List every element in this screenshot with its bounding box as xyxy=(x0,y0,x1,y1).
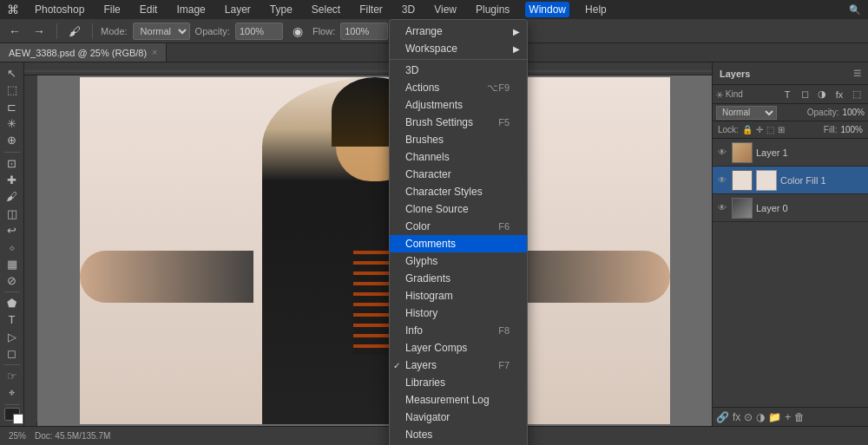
fill-value: 100% xyxy=(840,125,863,134)
new-layer-icon[interactable]: + xyxy=(785,411,791,423)
healing-tool[interactable]: ✚ xyxy=(3,173,22,187)
panel-icon-pixel[interactable]: ⬚ xyxy=(849,87,865,102)
eye-icon-layer0[interactable]: 👁 xyxy=(716,202,728,214)
document-tab[interactable]: AEW_3388.psd @ 25% (RGB/8) × xyxy=(0,43,167,62)
forward-button[interactable]: → xyxy=(30,22,49,41)
shape-tool[interactable]: ◻ xyxy=(3,346,22,361)
brush-tool[interactable]: 🖌 xyxy=(3,189,22,204)
menu-item-info[interactable]: Info F8 xyxy=(390,322,527,339)
layer-name-layer1: Layer 1 xyxy=(756,147,865,158)
menu-image[interactable]: Image xyxy=(173,2,208,17)
crop-tool[interactable]: ⊕ xyxy=(3,133,22,147)
eraser-tool[interactable]: ⬦ xyxy=(3,239,22,254)
menu-item-3d[interactable]: 3D xyxy=(390,62,527,79)
menu-item-libraries[interactable]: Libraries xyxy=(390,374,527,391)
apple-logo[interactable]: ⌘ xyxy=(7,3,19,16)
menu-edit[interactable]: Edit xyxy=(136,2,161,17)
menu-plugins[interactable]: Plugins xyxy=(472,2,513,17)
path-select-tool[interactable]: ▷ xyxy=(3,329,22,344)
blend-mode-select[interactable]: Normal xyxy=(716,106,777,120)
eyedropper-tool[interactable]: ⊡ xyxy=(3,155,22,170)
layer-item-layer1[interactable]: 👁 Layer 1 xyxy=(713,139,868,167)
menu-item-layers-label: Layers xyxy=(405,359,437,371)
menu-help[interactable]: Help xyxy=(582,2,610,17)
menu-layer[interactable]: Layer xyxy=(221,2,254,17)
menu-item-brushes[interactable]: Brushes xyxy=(390,131,527,148)
menu-item-workspace[interactable]: Workspace ▶ xyxy=(390,40,527,57)
adjustment-layer-icon[interactable]: ◑ xyxy=(756,411,765,423)
menu-item-channels[interactable]: Channels xyxy=(390,148,527,166)
menu-type[interactable]: Type xyxy=(266,2,296,17)
gradient-tool[interactable]: ▦ xyxy=(3,256,22,271)
menu-filter[interactable]: Filter xyxy=(356,2,386,17)
menu-item-glyphs[interactable]: Glyphs xyxy=(390,252,527,270)
type-tool[interactable]: T xyxy=(3,312,22,327)
search-icon[interactable]: 🔍 xyxy=(849,4,861,16)
move-tool[interactable]: ↖ xyxy=(3,66,22,81)
delete-layer-icon[interactable]: 🗑 xyxy=(794,411,805,423)
magic-wand-tool[interactable]: ✳ xyxy=(3,116,22,131)
canvas-area[interactable] xyxy=(24,62,712,426)
flow-field[interactable] xyxy=(340,23,388,40)
menu-3d[interactable]: 3D xyxy=(398,2,418,17)
pen-tool[interactable]: ⬟ xyxy=(3,296,22,311)
lock-position-icon[interactable]: ✛ xyxy=(756,125,763,134)
menu-select[interactable]: Select xyxy=(308,2,344,17)
panel-icon-adjust[interactable]: ◑ xyxy=(814,87,830,102)
menu-item-clone-source[interactable]: Clone Source xyxy=(390,200,527,218)
window-dropdown-menu: Arrange ▶ Workspace ▶ 3D Actions ⌥F9 Adj… xyxy=(389,19,528,445)
menu-item-histogram[interactable]: Histogram xyxy=(390,287,527,304)
panel-icon-t[interactable]: T xyxy=(779,87,795,102)
opacity-field[interactable] xyxy=(235,23,283,40)
lock-artboard-icon[interactable]: ⬚ xyxy=(766,125,774,134)
menu-item-layer-comps[interactable]: Layer Comps xyxy=(390,339,527,357)
folder-icon[interactable]: 📁 xyxy=(768,411,781,423)
foreground-color[interactable] xyxy=(4,408,20,421)
menu-item-layers[interactable]: ✓ Layers F7 xyxy=(390,357,527,374)
back-button[interactable]: ← xyxy=(5,22,24,41)
layer-item-colorfill[interactable]: 👁 Color Fill 1 xyxy=(713,167,868,194)
hand-tool[interactable]: ☞ xyxy=(3,369,22,383)
eye-icon-layer1[interactable]: 👁 xyxy=(716,147,728,159)
menu-item-character[interactable]: Character xyxy=(390,166,527,183)
menu-item-gradients[interactable]: Gradients xyxy=(390,270,527,287)
menu-item-measurement-log[interactable]: Measurement Log xyxy=(390,391,527,409)
menu-item-brush-settings[interactable]: Brush Settings F5 xyxy=(390,114,527,131)
menu-photoshop[interactable]: Photoshop xyxy=(31,2,88,17)
menu-item-color[interactable]: Color F6 xyxy=(390,218,527,235)
layer-thumb-colorfill xyxy=(732,170,753,191)
menu-item-actions[interactable]: Actions ⌥F9 xyxy=(390,79,527,96)
panel-options-icon[interactable]: ☰ xyxy=(853,69,861,78)
airbrush-icon[interactable]: ◉ xyxy=(288,22,307,41)
selection-tool[interactable]: ⬚ xyxy=(3,82,22,97)
history-brush-tool[interactable]: ↩ xyxy=(3,223,22,238)
zoom-tool[interactable]: ⌖ xyxy=(3,385,22,400)
menu-item-character-styles[interactable]: Character Styles xyxy=(390,183,527,200)
menu-item-navigator[interactable]: Navigator xyxy=(390,409,527,426)
layer-fx-icon[interactable]: fx xyxy=(733,411,740,423)
menu-window[interactable]: Window xyxy=(525,2,569,17)
panel-icon-fx[interactable]: fx xyxy=(832,87,847,102)
menu-view[interactable]: View xyxy=(431,2,460,17)
eye-icon-colorfill[interactable]: 👁 xyxy=(716,174,728,187)
brush-icon[interactable]: 🖌 xyxy=(65,22,84,41)
panel-icon-shape[interactable]: ◻ xyxy=(797,87,812,102)
menu-item-adjustments[interactable]: Adjustments xyxy=(390,96,527,114)
lock-icon[interactable]: 🔒 xyxy=(742,125,753,134)
dodge-tool[interactable]: ⊘ xyxy=(3,273,22,288)
menu-item-arrange[interactable]: Arrange ▶ xyxy=(390,23,527,40)
layer-item-layer0[interactable]: 👁 Layer 0 xyxy=(713,194,868,222)
menu-item-comments[interactable]: Comments xyxy=(390,235,527,252)
link-layers-icon[interactable]: 🔗 xyxy=(716,411,729,423)
menu-item-notes[interactable]: Notes xyxy=(390,426,527,443)
lock-all-icon[interactable]: ⊞ xyxy=(778,125,785,134)
lasso-tool[interactable]: ⊏ xyxy=(3,100,22,115)
menu-item-workspace-label: Workspace xyxy=(405,43,457,55)
mode-select[interactable]: Normal xyxy=(133,23,190,40)
add-mask-icon[interactable]: ⊙ xyxy=(744,411,753,423)
stamp-tool[interactable]: ◫ xyxy=(3,206,22,220)
fill-label: Fill: xyxy=(824,125,838,134)
tab-close-button[interactable]: × xyxy=(152,48,157,57)
menu-file[interactable]: File xyxy=(100,2,123,17)
menu-item-history[interactable]: History xyxy=(390,304,527,322)
